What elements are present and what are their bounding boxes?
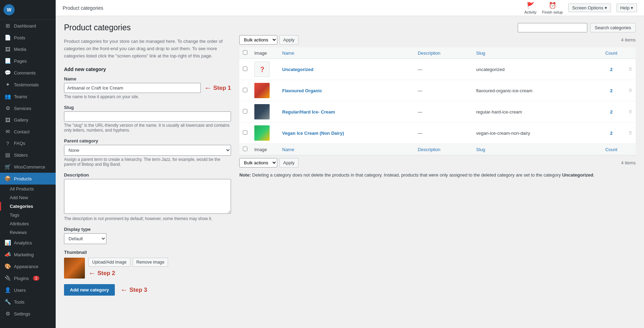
category-image — [254, 104, 270, 119]
sidebar-subitem-reviews[interactable]: Reviews — [0, 228, 56, 237]
row-checkbox[interactable] — [243, 130, 247, 135]
row-checkbox[interactable] — [243, 67, 247, 71]
plugins-icon: 🔌 — [4, 275, 11, 281]
apply-button-top[interactable]: Apply — [279, 35, 299, 45]
appearance-icon: 🎨 — [4, 263, 11, 270]
bulk-actions-select-bottom[interactable]: Bulk actions Delete — [239, 158, 277, 167]
remove-image-button[interactable]: Remove image — [133, 258, 168, 267]
sidebar-item-analytics[interactable]: 📊 Analytics — [0, 237, 56, 249]
page-description: Product categories for your store can be… — [64, 38, 231, 60]
sidebar-item-sliders[interactable]: ▤ Sliders — [0, 149, 56, 161]
sidebar-item-label: FAQs — [14, 141, 25, 146]
select-all-checkbox[interactable] — [243, 50, 247, 55]
drag-handle[interactable]: ⠿ — [629, 109, 632, 115]
activity-label: Activity — [524, 10, 536, 14]
name-form-group: Name ← Step 1 The name is how it appears… — [64, 76, 231, 99]
table-header-row: Image Name Description Slug Count — [239, 47, 636, 59]
sidebar-subitem-add-new[interactable]: Add New — [0, 193, 56, 202]
sidebar-item-gallery[interactable]: 🖼 Gallery — [0, 114, 56, 126]
activity-button[interactable]: 🚩 Activity — [524, 2, 536, 14]
description-form-group: Description The description is not promi… — [64, 172, 231, 221]
gallery-icon: 🖼 — [4, 117, 11, 123]
name-col-header[interactable]: Name — [279, 47, 414, 59]
form-panel: Product categories Product categories fo… — [64, 23, 231, 321]
sidebar-item-media[interactable]: 🖼 Media — [0, 44, 56, 55]
sidebar-item-services[interactable]: ⚙ Services — [0, 102, 56, 114]
toolbar-left-bottom: Bulk actions Delete Apply — [239, 158, 299, 167]
sidebar-item-comments[interactable]: 💬 Comments — [0, 67, 56, 79]
parent-select[interactable]: None Uncategorized Flavoured Organic Reg… — [64, 145, 231, 156]
sidebar-item-testimonials[interactable]: ✦ Testimonials — [0, 79, 56, 91]
contact-icon: ✉ — [4, 128, 11, 135]
slug-hint: The "slug" is the URL-friendly version o… — [64, 123, 231, 133]
sidebar-item-marketing[interactable]: 📣 Marketing — [0, 249, 56, 260]
sidebar-subitem-all-products[interactable]: All Products — [0, 185, 56, 193]
category-name-link[interactable]: Regular/Hard Ice- Cream — [282, 109, 335, 115]
description-col-header[interactable]: Description — [414, 47, 473, 59]
media-icon: 🖼 — [4, 46, 11, 52]
sidebar-item-faqs[interactable]: ? FAQs — [0, 138, 56, 149]
sidebar-item-pages[interactable]: 📃 Pages — [0, 55, 56, 67]
sidebar-item-teams[interactable]: 👥 Teams — [0, 91, 56, 102]
sidebar-item-woocommerce[interactable]: 🛒 WooCommerce — [0, 161, 56, 173]
sidebar-item-plugins[interactable]: 🔌 Plugins 3 — [0, 272, 56, 284]
finish-setup-button[interactable]: ⏰ Finish setup — [542, 2, 563, 14]
description-textarea[interactable] — [64, 179, 231, 214]
sidebar-item-label: Tools — [14, 299, 24, 305]
pages-icon: 📃 — [4, 58, 11, 64]
category-image — [254, 83, 270, 98]
step2-label: Step 2 — [97, 270, 115, 277]
slug-col-header[interactable]: Slug — [472, 47, 597, 59]
table-row: ❓ Uncategorized — uncategorized 2 ⠿ — [239, 59, 636, 80]
drag-handle[interactable]: ⠿ — [629, 67, 632, 72]
select-all-footer-checkbox[interactable] — [243, 147, 247, 151]
search-categories-button[interactable]: Search categories — [590, 23, 636, 32]
sidebar-item-label: Sliders — [14, 153, 28, 158]
sidebar-item-posts[interactable]: 📄 Posts — [0, 32, 56, 44]
slug-input[interactable] — [64, 111, 231, 122]
table-footer-row: Image Name Description Slug Count — [239, 144, 636, 155]
services-icon: ⚙ — [4, 105, 11, 111]
drag-handle[interactable]: ⠿ — [629, 88, 632, 93]
sidebar-item-dashboard[interactable]: ⊞ Dashboard — [0, 20, 56, 32]
upload-image-button[interactable]: Upload/Add image — [88, 258, 130, 267]
sidebar: W ⊞ Dashboard 📄 Posts 🖼 Media 📃 Pages 💬 … — [0, 0, 56, 328]
sidebar-item-contact[interactable]: ✉ Contact — [0, 126, 56, 138]
count-col-header[interactable]: Count — [597, 47, 625, 59]
search-input[interactable] — [518, 23, 587, 32]
category-name-link[interactable]: Flavoured Organic — [282, 88, 322, 93]
note-end: . — [593, 172, 595, 178]
sidebar-item-users[interactable]: 👤 Users — [0, 284, 56, 296]
sidebar-item-tools[interactable]: 🔧 Tools — [0, 296, 56, 308]
sidebar-subitem-attributes[interactable]: Attributes — [0, 219, 56, 228]
topbar: Product categories 🚩 Activity ⏰ Finish s… — [56, 0, 644, 16]
row-checkbox[interactable] — [243, 109, 247, 114]
sidebar-item-label: Appearance — [14, 264, 38, 269]
bulk-actions-select-top[interactable]: Bulk actions Delete — [239, 35, 277, 45]
users-icon: 👤 — [4, 287, 11, 293]
sidebar-subitem-categories[interactable]: Categories — [0, 202, 56, 211]
testimonials-icon: ✦ — [4, 81, 11, 88]
name-input[interactable] — [64, 83, 201, 93]
category-name-link[interactable]: Uncategorized — [282, 67, 313, 72]
category-name-link[interactable]: Vegan Ice Cream (Non Dairy) — [282, 131, 344, 136]
sidebar-subitem-tags[interactable]: Tags — [0, 211, 56, 219]
help-button[interactable]: Help ▾ — [617, 3, 637, 12]
sidebar-item-label: Testimonials — [14, 82, 39, 87]
slug-col-footer: Slug — [472, 144, 597, 155]
display-type-select[interactable]: Default Products Subcategories Both — [64, 233, 106, 244]
sidebar-item-settings[interactable]: ⚙ Settings — [0, 308, 56, 320]
drag-handle[interactable]: ⠿ — [629, 131, 632, 136]
apply-button-bottom[interactable]: Apply — [279, 158, 299, 167]
sidebar-item-appearance[interactable]: 🎨 Appearance — [0, 260, 56, 272]
screen-options-button[interactable]: Screen Options ▾ — [568, 3, 611, 12]
note-bold: Uncategorized — [562, 172, 594, 178]
settings-icon: ⚙ — [4, 311, 11, 317]
category-description: — — [414, 80, 473, 101]
sidebar-item-products[interactable]: 📦 Products — [0, 173, 56, 185]
row-checkbox[interactable] — [243, 88, 247, 92]
add-new-category-button[interactable]: Add new category — [64, 284, 115, 296]
search-row: Search categories — [239, 23, 636, 32]
name-col-footer: Name — [279, 144, 414, 155]
thumbnail-image — [64, 258, 85, 279]
